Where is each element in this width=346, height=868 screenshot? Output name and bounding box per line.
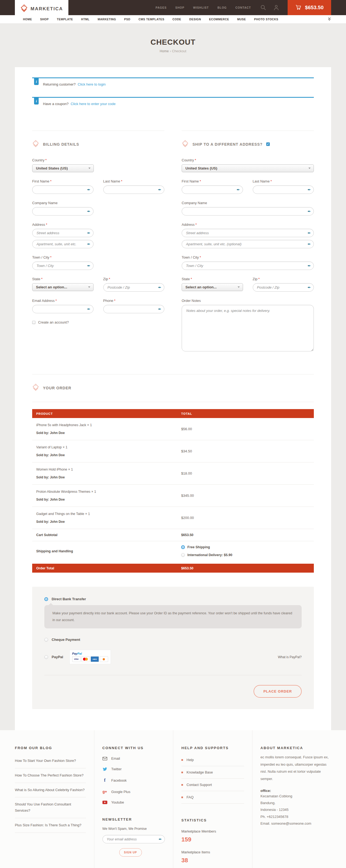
product-name: iPhone 5s with Headphones Jack × 1 <box>36 423 181 427</box>
billing-last-name-input[interactable] <box>108 188 156 192</box>
top-nav-blog[interactable]: BLOG <box>217 6 227 9</box>
blog-post-link[interactable]: Should You Use Fashion Consultant Servic… <box>15 797 86 818</box>
nav-photo-stocks[interactable]: PHOTO STOCKS <box>254 18 278 21</box>
stat-value: 159 <box>181 836 244 843</box>
create-account-checkbox[interactable] <box>32 321 35 324</box>
shipping-handling-label: Shipping and Handling <box>36 549 181 553</box>
logo-text: MARKETICA <box>31 6 63 12</box>
shipping-town-input[interactable] <box>186 264 306 268</box>
bank-transfer-radio[interactable] <box>44 597 48 601</box>
pen-icon: ✒ <box>307 187 311 191</box>
newsletter-email-input[interactable] <box>107 837 157 841</box>
help-link[interactable]: Knowladge Base <box>181 766 244 779</box>
nav-home[interactable]: HOME <box>23 18 32 21</box>
billing-town-label: Town / City <box>32 255 49 259</box>
ship-different-checkbox[interactable]: ✓ <box>266 143 270 146</box>
top-nav-shop[interactable]: SHOP <box>175 6 184 9</box>
top-nav-contact[interactable]: CONTACT <box>236 6 251 9</box>
required-asterisk: * <box>46 222 47 227</box>
shipping-company-input[interactable] <box>186 209 306 213</box>
social-link-google-plus[interactable]: g+ Google Plus <box>102 789 165 794</box>
info-icon: i <box>34 98 39 104</box>
nav-psd[interactable]: PSD <box>124 18 130 21</box>
product-name: Variant of Laptop × 1 <box>36 445 181 449</box>
logo[interactable]: MARKETICA <box>15 0 68 18</box>
order-item-row: Women Hold iPhone × 1 Sold by: John Doe … <box>32 462 314 485</box>
international-delivery-radio[interactable] <box>181 553 185 557</box>
column-header-product: PRODUCT <box>36 412 181 415</box>
pen-icon: ✒ <box>158 307 161 311</box>
place-order-button[interactable]: PLACE ORDER <box>253 685 302 698</box>
help-link[interactable]: FAQ <box>181 791 244 804</box>
nav-code[interactable]: CODE <box>172 18 181 21</box>
billing-country-select[interactable]: United States (US) <box>32 164 94 172</box>
cheque-payment-radio[interactable] <box>44 638 48 642</box>
required-asterisk: * <box>50 179 51 183</box>
top-nav-pages[interactable]: PAGES <box>156 6 167 9</box>
shipping-first-name-input[interactable] <box>186 188 235 192</box>
billing-email-input[interactable] <box>36 307 85 311</box>
billing-email-label: Email Address <box>32 299 55 303</box>
shipping-first-name-label: First Name <box>182 179 199 183</box>
square-bullet-icon <box>181 759 183 761</box>
social-link-youtube[interactable]: Youtube <box>102 800 165 804</box>
coupon-link[interactable]: Click here to enter your code <box>71 102 115 106</box>
shipping-apartment-input[interactable] <box>186 242 306 246</box>
nav-ecommerce[interactable]: ECOMMERCE <box>209 18 229 21</box>
blog-post-link[interactable]: How To Start Your Own Fashion Store? <box>15 754 86 768</box>
order-notes-textarea[interactable] <box>182 305 314 351</box>
what-is-paypal-link[interactable]: What is PayPal? <box>278 655 302 659</box>
cart-button[interactable]: $653.50 <box>288 0 331 15</box>
shipping-state-select[interactable]: Select an option... <box>182 283 243 291</box>
footer-about-column: ABOUT MARKETICA ec mollis lorem consequa… <box>252 730 332 868</box>
billing-street-input[interactable] <box>36 231 85 235</box>
your-order-section: YOUR ORDER PRODUCT TOTAL iPhone 5s with … <box>32 374 314 709</box>
help-link[interactable]: Contact Support <box>181 779 244 791</box>
search-icon[interactable] <box>260 4 267 11</box>
social-link-twitter[interactable]: Twitter <box>102 767 165 771</box>
chevron-down-icon <box>308 167 311 169</box>
nav-design[interactable]: DESIGN <box>189 18 201 21</box>
cart-subtotal-value: $653.50 <box>181 533 310 537</box>
breadcrumb-home[interactable]: Home <box>160 49 169 53</box>
top-nav-wishlist[interactable]: WISHLIST <box>193 6 209 9</box>
nav-marketing[interactable]: MARKETING <box>98 18 116 21</box>
cart-total: $653.50 <box>305 5 323 10</box>
billing-phone-label: Phone <box>103 299 113 303</box>
social-link-email[interactable]: Email <box>102 756 165 761</box>
shipping-street-input[interactable] <box>186 231 306 235</box>
shipping-last-name-input[interactable] <box>257 188 306 192</box>
billing-zip-input[interactable] <box>108 285 156 289</box>
blog-post-link[interactable]: Plus Size Fashion: Is There Such a Thing… <box>15 818 86 833</box>
product-name: Women Hold iPhone × 1 <box>36 468 181 471</box>
shipping-zip-input[interactable] <box>257 285 306 289</box>
paypal-radio[interactable] <box>44 655 48 659</box>
nav-html[interactable]: HTML <box>81 18 90 21</box>
billing-town-input[interactable] <box>36 264 85 268</box>
shipping-country-select[interactable]: United States (US) <box>182 164 314 172</box>
nav-template[interactable]: TEMPLATE <box>57 18 73 21</box>
newsletter-text: We Won't Spam, We Promise <box>102 827 165 831</box>
blog-post-link[interactable]: What is So Alluring About Celebrity Fash… <box>15 783 86 798</box>
nav-cms-templates[interactable]: CMS TEMPLATES <box>138 18 164 21</box>
help-link[interactable]: Help <box>181 754 244 766</box>
billing-first-name-input[interactable] <box>36 188 85 192</box>
free-shipping-radio[interactable] <box>181 545 185 549</box>
newsletter-signup-button[interactable]: SIGN UP <box>119 848 142 857</box>
login-link[interactable]: Click here to login <box>77 82 105 86</box>
nav-shop[interactable]: SHOP <box>40 18 49 21</box>
pen-icon: ✒ <box>87 307 91 311</box>
billing-phone-input[interactable] <box>108 307 156 311</box>
bank-transfer-label: Direct Bank Transfer <box>51 597 86 601</box>
billing-company-input[interactable] <box>36 209 85 213</box>
chevron-down-icon <box>88 286 90 288</box>
blog-post-link[interactable]: How To Choose The Perfect Fashion Store? <box>15 768 86 783</box>
nav-expand-chevrons-icon[interactable] <box>327 17 331 21</box>
shipping-handling-row: Shipping and Handling Free Shipping Inte… <box>32 541 314 561</box>
user-account-icon[interactable] <box>273 4 279 11</box>
product-seller: Sold by: John Doe <box>36 475 181 479</box>
social-link-facebook[interactable]: f Facebook <box>102 778 165 783</box>
nav-muse[interactable]: MUSE <box>237 18 246 21</box>
billing-apartment-input[interactable] <box>36 242 85 246</box>
billing-state-select[interactable]: Select an option... <box>32 283 94 291</box>
